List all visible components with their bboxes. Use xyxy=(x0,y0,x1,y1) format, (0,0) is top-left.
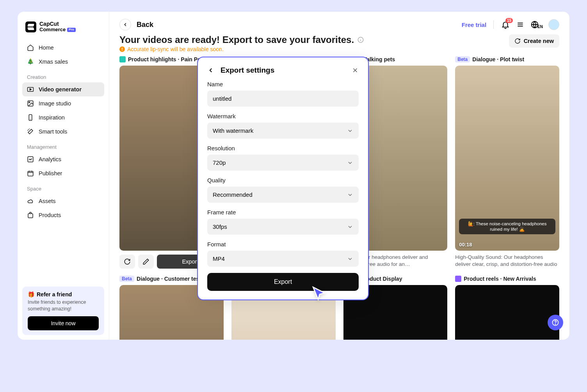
sidebar-section-title: Space xyxy=(22,180,104,194)
cloud-icon xyxy=(27,198,34,205)
brand-logo: CapCut Commerce Pro xyxy=(18,12,109,39)
framerate-select[interactable]: 30fps xyxy=(207,219,359,235)
warning-banner: ! Accurate lip-sync will be available so… xyxy=(119,46,559,52)
video-icon xyxy=(27,86,34,93)
warning-text: Accurate lip-sync will be available soon… xyxy=(127,46,224,52)
notifications-button[interactable]: 15 xyxy=(501,20,510,29)
divider xyxy=(493,20,494,29)
chevron-down-icon xyxy=(347,128,353,134)
watermark-select[interactable]: With watermark xyxy=(207,123,359,139)
question-icon xyxy=(551,319,559,326)
gift-icon: 🎁 xyxy=(28,291,34,298)
close-icon xyxy=(352,67,359,74)
tag-icon xyxy=(455,276,461,282)
regenerate-button[interactable] xyxy=(119,255,135,269)
image-icon xyxy=(27,100,34,107)
video-thumbnail[interactable] xyxy=(455,285,559,340)
sidebar: CapCut Commerce Pro Home 🎄 Xmas sales Cr… xyxy=(18,12,109,340)
card-tag: Beta Dialogue · Plot twist xyxy=(455,56,559,62)
sidebar-section-title: Creation xyxy=(22,69,104,82)
resolution-label: Resolution xyxy=(207,145,359,151)
language-label: EN xyxy=(537,25,543,29)
page-title: Your videos are ready! Export to save yo… xyxy=(119,34,559,45)
back-button[interactable] xyxy=(119,19,131,30)
resolution-value: 720p xyxy=(213,159,226,166)
beta-badge: Beta xyxy=(455,56,470,62)
notification-count: 15 xyxy=(505,18,513,23)
modal-back-button[interactable] xyxy=(207,67,214,74)
language-button[interactable]: EN xyxy=(530,20,543,29)
sidebar-nav: Home 🎄 Xmas sales Creation Video generat… xyxy=(18,39,109,282)
quality-select[interactable]: Recommended xyxy=(207,187,359,203)
create-new-button[interactable]: Create new xyxy=(509,34,559,48)
format-label: Format xyxy=(207,241,359,248)
modal-title: Export settings xyxy=(221,66,345,75)
sidebar-item-home[interactable]: Home xyxy=(22,41,104,55)
menu-button[interactable] xyxy=(516,20,525,29)
modal-export-button[interactable]: Export xyxy=(207,273,359,291)
sidebar-item-label: Home xyxy=(39,45,54,51)
name-label: Name xyxy=(207,81,359,87)
topbar: Back Free trial 15 EN xyxy=(109,12,569,34)
sidebar-item-smart-tools[interactable]: Smart tools xyxy=(22,125,104,139)
video-thumbnail[interactable]: 🙋: These noise-canceling headphones ruin… xyxy=(455,66,559,251)
card-description: High-Quality Sound: Our headphones deliv… xyxy=(455,254,559,268)
invite-desc: Invite friends to experience something a… xyxy=(28,299,99,312)
beta-badge: Beta xyxy=(119,276,134,282)
sidebar-item-video-generator[interactable]: Video generator xyxy=(22,82,104,96)
chevron-left-icon xyxy=(123,22,128,27)
sidebar-section-title: Management xyxy=(22,139,104,152)
sidebar-item-label: Smart tools xyxy=(39,128,67,135)
home-icon xyxy=(27,44,34,51)
pencil-icon xyxy=(142,258,149,265)
quality-value: Recommended xyxy=(213,191,253,198)
cursor-pointer-icon xyxy=(310,285,327,302)
video-card: Beta Dialogue · Plot twist 🙋: These nois… xyxy=(455,56,559,269)
sidebar-item-products[interactable]: Products xyxy=(22,208,104,222)
sidebar-item-inspiration[interactable]: Inspiration xyxy=(22,110,104,125)
card-tag-label: Dialogue · Plot twist xyxy=(472,56,524,62)
invite-button[interactable]: Invite now xyxy=(28,316,99,330)
user-avatar[interactable] xyxy=(548,19,559,30)
name-input[interactable] xyxy=(213,95,353,102)
name-field[interactable] xyxy=(207,91,359,107)
invite-title: Refer a friend xyxy=(37,291,72,298)
sidebar-item-publisher[interactable]: Publisher xyxy=(22,166,104,180)
chevron-left-icon xyxy=(207,67,214,74)
svg-point-10 xyxy=(555,324,556,324)
back-label: Back xyxy=(137,21,153,29)
sidebar-item-assets[interactable]: Assets xyxy=(22,194,104,208)
format-value: MP4 xyxy=(213,255,225,262)
export-settings-modal: Export settings Name Watermark With wate… xyxy=(197,57,369,300)
chart-icon xyxy=(27,156,34,163)
warning-icon: ! xyxy=(119,46,125,52)
sidebar-item-label: Inspiration xyxy=(39,114,65,121)
format-select[interactable]: MP4 xyxy=(207,251,359,267)
magic-icon xyxy=(27,128,34,135)
sidebar-item-analytics[interactable]: Analytics xyxy=(22,152,104,166)
resolution-select[interactable]: 720p xyxy=(207,155,359,171)
sidebar-item-xmas[interactable]: 🎄 Xmas sales xyxy=(22,55,104,69)
free-trial-link[interactable]: Free trial xyxy=(462,21,486,28)
create-new-label: Create new xyxy=(524,38,554,44)
help-button[interactable] xyxy=(548,315,563,330)
framerate-label: Frame rate xyxy=(207,209,359,216)
svg-point-2 xyxy=(29,102,30,103)
sidebar-item-label: Xmas sales xyxy=(39,59,68,65)
tag-icon xyxy=(119,56,126,62)
sidebar-item-label: Image studio xyxy=(39,100,71,107)
sidebar-item-label: Products xyxy=(39,212,61,218)
svg-rect-6 xyxy=(28,214,33,218)
refresh-icon xyxy=(124,258,131,265)
modal-close-button[interactable] xyxy=(352,67,359,74)
card-tag: Product reels · New Arrivals xyxy=(455,276,559,282)
sidebar-item-label: Video generator xyxy=(39,86,82,93)
edit-button[interactable] xyxy=(138,255,154,269)
svg-rect-5 xyxy=(28,171,33,176)
calendar-icon xyxy=(27,170,34,177)
sidebar-item-image-studio[interactable]: Image studio xyxy=(22,96,104,110)
tree-icon: 🎄 xyxy=(27,58,34,65)
pro-badge: Pro xyxy=(67,28,75,32)
invite-card: 🎁Refer a friend Invite friends to experi… xyxy=(22,287,104,335)
chevron-down-icon xyxy=(347,160,353,166)
